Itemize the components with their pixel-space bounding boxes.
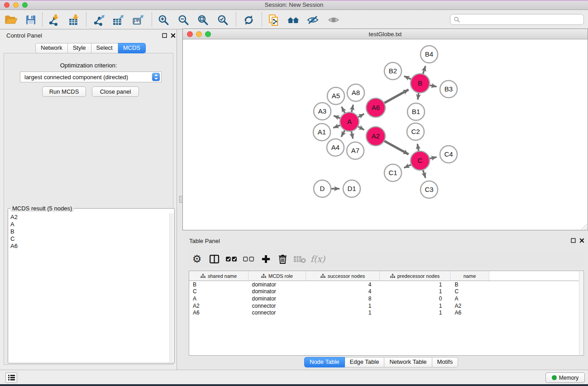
column-layout-icon[interactable] <box>206 251 222 267</box>
column-header-predecessor-nodes[interactable]: predecessor nodes <box>380 271 450 281</box>
add-row-icon[interactable] <box>258 251 274 267</box>
table-cell[interactable]: A2 <box>189 302 249 310</box>
table-cell[interactable]: dominator <box>249 288 306 295</box>
criterion-select[interactable]: largest connected component (directed) <box>20 71 162 82</box>
table-cell[interactable]: 0 <box>380 295 450 302</box>
task-history-button[interactable] <box>5 372 17 383</box>
run-mcds-button[interactable]: Run MCDS <box>42 86 86 97</box>
export-network-icon[interactable] <box>91 11 108 29</box>
table-cell[interactable]: 1 <box>306 302 380 310</box>
table-row[interactable]: Bdominator41B <box>189 281 579 288</box>
import-table-icon[interactable] <box>66 11 83 29</box>
network-canvas[interactable]: AA1A3A5A8A4A7A6A2BB1B2B3B4CC1C2C3C4DD1 <box>183 39 588 230</box>
graph-node-D1[interactable]: D1 <box>343 180 360 197</box>
graph-node-B1[interactable]: B1 <box>407 103 425 120</box>
table-cell[interactable]: B <box>189 281 249 288</box>
graph-node-D[interactable]: D <box>314 180 331 197</box>
graph-node-B3[interactable]: B3 <box>440 81 457 98</box>
tab-style[interactable]: Style <box>68 43 91 53</box>
table-cell[interactable]: 1 <box>306 309 380 316</box>
close-panel-button[interactable]: Close panel <box>92 86 139 97</box>
graph-node-A[interactable]: A <box>340 112 359 131</box>
tab-node-table[interactable]: Node Table <box>304 357 345 367</box>
column-header-shared-name[interactable]: shared name <box>189 271 249 281</box>
table-cell[interactable]: dominator <box>249 295 306 302</box>
hide-visibility-icon[interactable] <box>304 11 321 29</box>
result-scrollbar[interactable] <box>169 213 174 362</box>
graph-node-A1[interactable]: A1 <box>313 124 330 141</box>
graph-node-B[interactable]: B <box>411 74 430 93</box>
table-cell[interactable]: A <box>450 295 489 302</box>
graph-node-A8[interactable]: A8 <box>347 84 364 101</box>
tab-network-table[interactable]: Network Table <box>384 357 432 367</box>
refresh-layout-icon[interactable] <box>240 11 257 29</box>
delete-rows-icon[interactable] <box>274 251 291 267</box>
graph-node-A4[interactable]: A4 <box>327 139 344 156</box>
column-header-successor-nodes[interactable]: successor nodes <box>306 271 380 281</box>
graph-node-A2[interactable]: A2 <box>366 127 385 146</box>
table-row[interactable]: A2connector11A2 <box>189 302 579 310</box>
tab-mcds[interactable]: MCDS <box>118 43 146 53</box>
network-window-titlebar[interactable]: testGlobe.txt <box>183 29 588 39</box>
float-table-panel-icon[interactable] <box>570 238 576 243</box>
zoom-fit-icon[interactable] <box>194 11 211 29</box>
table-cell[interactable]: dominator <box>249 281 306 288</box>
table-cell[interactable]: 1 <box>380 309 450 316</box>
export-table-icon[interactable] <box>110 11 127 29</box>
column-header-MCDS-role[interactable]: MCDS role <box>249 271 306 281</box>
search-input[interactable] <box>462 15 583 24</box>
mcds-result-item[interactable]: A6 <box>10 243 168 250</box>
table-cell[interactable]: A6 <box>450 309 489 316</box>
table-settings-gear-icon[interactable]: ⚙ <box>189 251 205 267</box>
graph-node-C1[interactable]: C1 <box>384 164 402 181</box>
table-cell[interactable]: C <box>189 288 249 295</box>
copy-network-icon[interactable] <box>265 11 282 29</box>
tab-motifs[interactable]: Motifs <box>432 357 459 367</box>
table-row[interactable]: Cdominator41C <box>189 288 579 295</box>
float-panel-icon[interactable] <box>161 33 167 38</box>
table-cell[interactable]: connector <box>249 302 306 310</box>
select-all-rows-icon[interactable] <box>223 251 239 267</box>
graph-node-B4[interactable]: B4 <box>421 46 438 63</box>
save-session-icon[interactable] <box>22 11 39 29</box>
graph-node-C3[interactable]: C3 <box>421 181 438 198</box>
show-visibility-icon[interactable] <box>325 11 342 29</box>
graph-node-A3[interactable]: A3 <box>314 103 331 120</box>
table-cell[interactable]: 1 <box>380 288 450 295</box>
deselect-all-rows-icon[interactable] <box>240 251 257 267</box>
table-cell[interactable]: 4 <box>306 288 380 295</box>
import-network-icon[interactable] <box>46 11 63 29</box>
graph-node-A6[interactable]: A6 <box>366 98 385 117</box>
table-cell[interactable]: 1 <box>380 281 450 288</box>
graph-node-A7[interactable]: A7 <box>347 142 364 159</box>
home-icon[interactable] <box>285 11 302 29</box>
table-scrollbar[interactable] <box>579 272 583 355</box>
table-cell[interactable]: 4 <box>306 281 380 288</box>
table-cell[interactable]: A2 <box>450 302 489 310</box>
table-cell[interactable]: connector <box>249 309 306 316</box>
mcds-result-item[interactable]: C <box>10 235 168 243</box>
close-panel-icon[interactable] <box>170 33 176 38</box>
memory-button[interactable]: Memory <box>545 372 585 383</box>
table-cell[interactable]: 1 <box>380 302 450 310</box>
search-box[interactable] <box>450 14 584 25</box>
tab-edge-table[interactable]: Edge Table <box>345 357 385 367</box>
table-row[interactable]: Adominator80A <box>189 295 579 302</box>
mcds-result-item[interactable]: A <box>10 221 168 228</box>
table-cell[interactable]: A6 <box>189 309 249 316</box>
zoom-selected-icon[interactable] <box>214 11 231 29</box>
graph-node-C4[interactable]: C4 <box>440 146 457 163</box>
mcds-result-item[interactable]: B <box>10 228 168 235</box>
mcds-result-item[interactable]: A2 <box>10 214 168 221</box>
export-image-icon[interactable] <box>129 11 147 29</box>
graph-node-A5[interactable]: A5 <box>327 87 344 105</box>
graph-node-B2[interactable]: B2 <box>384 62 402 80</box>
graph-node-C2[interactable]: C2 <box>407 123 424 140</box>
network-graph[interactable]: AA1A3A5A8A4A7A6A2BB1B2B3B4CC1C2C3C4DD1 <box>183 39 588 230</box>
zoom-in-icon[interactable] <box>155 11 172 29</box>
table-cell[interactable]: A <box>189 295 249 302</box>
tab-select[interactable]: Select <box>91 43 118 53</box>
graph-node-C[interactable]: C <box>411 151 430 170</box>
column-header-name[interactable]: name <box>450 271 489 281</box>
open-file-icon[interactable] <box>3 11 20 29</box>
